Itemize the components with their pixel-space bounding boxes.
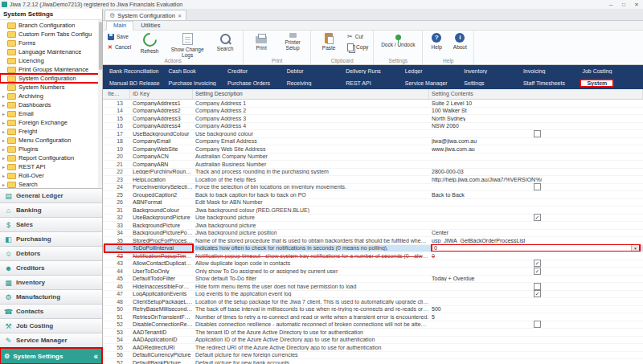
tree-item-rest-api[interactable]: ▸REST API — [0, 162, 102, 171]
cut-button[interactable]: ✂ Cut — [346, 32, 370, 41]
close-button[interactable]: ✕ — [630, 0, 643, 9]
sidebar-item-banking[interactable]: ⌂Banking — [0, 203, 102, 218]
category-purchase-orders[interactable]: Purchase Orders — [226, 80, 285, 86]
tree-item-forms[interactable]: Forms — [0, 39, 102, 47]
setting-row[interactable]: 23HelpLocationLocation of the help files… — [103, 176, 643, 184]
chevron-down-icon[interactable]: ▾ — [631, 245, 639, 251]
sidebar-item-contacts[interactable]: ☎Contacts — [0, 305, 102, 319]
tree-item-licencing[interactable]: Licencing — [0, 56, 102, 65]
column-header-setting-description[interactable]: Setting Description — [193, 89, 429, 99]
setting-row[interactable]: 20CompanyACNAustralian Company Number — [103, 153, 643, 162]
setting-row[interactable]: 48ClientSetupPackageLocationLocation of … — [103, 298, 643, 306]
minimize-button[interactable]: ─ — [604, 0, 617, 9]
setting-row[interactable]: 26ABNFormatEdit Mask for ABN Number — [103, 199, 643, 207]
setting-checkbox[interactable]: ✓ — [534, 214, 541, 221]
category-manual-bo-release[interactable]: Manual BO Release — [108, 80, 167, 86]
setting-row[interactable]: 41ToDoPollIntervalIndicates how often to… — [103, 245, 643, 253]
setting-checkbox[interactable] — [534, 283, 541, 290]
category-service-manager[interactable]: Service Manager — [403, 80, 463, 86]
category-ledger[interactable]: Ledger — [403, 68, 463, 74]
category-cash-book[interactable]: Cash Book — [167, 68, 227, 74]
sidebar-item-debtors[interactable]: ☺Debtors — [0, 247, 102, 261]
setting-row[interactable]: 19CompanyWebSiteCompany Web Site Address… — [103, 145, 643, 153]
sidebar-item-purchasing[interactable]: ◧Purchasing — [0, 232, 102, 247]
category-staff-timesheets[interactable]: Staff Timesheets — [522, 80, 581, 86]
tree-item-report-configuration[interactable]: ▸Report Configuration — [0, 153, 102, 162]
setting-row[interactable]: 56DefaultCurrencyPictureDefault picture … — [103, 352, 643, 360]
tree-item-roll-over[interactable]: ▸Roll-Over — [0, 171, 102, 180]
maximize-button[interactable]: □ — [617, 0, 630, 9]
ribbon-tab-utilities[interactable]: Utilities — [134, 22, 166, 30]
setting-row[interactable]: 54AADApplicationIDApplication ID of the … — [103, 337, 643, 345]
setting-checkbox[interactable] — [534, 321, 541, 328]
setting-row[interactable]: 13CompanyAddress1Company Address 1Suite … — [103, 100, 643, 108]
show-change-logs-button[interactable]: Show Change Logs — [166, 32, 208, 58]
tree-item-print-groups-maintenance[interactable]: Print Groups Maintenance — [0, 65, 102, 74]
column-header-item-no[interactable]: Item No. — [103, 89, 130, 99]
sidebar-item-general-ledger[interactable]: ▤General Ledger — [0, 189, 102, 203]
paste-button[interactable]: Paste — [314, 32, 343, 51]
tree-item-email[interactable]: ▸Email — [0, 109, 102, 118]
setting-row[interactable]: 55AADRedirectURIThe redirect URI of the … — [103, 344, 643, 352]
setting-checkbox[interactable] — [534, 183, 541, 190]
ribbon-tab-main[interactable]: Main — [106, 21, 133, 31]
setting-row[interactable]: 50RetryBaseMillisecondsIntervalThe back … — [103, 306, 643, 314]
tree-item-foreign-exchange[interactable]: ▸Foreign Exchange — [0, 118, 102, 127]
search-button[interactable]: Search — [211, 32, 240, 51]
copy-button[interactable]: Copy — [346, 43, 370, 51]
print-button[interactable]: Print — [247, 32, 276, 51]
setting-row[interactable]: 51RetriesOnTransientFailureNumber of tim… — [103, 313, 643, 321]
category-receiving[interactable]: Receiving — [285, 80, 345, 86]
help-button[interactable]: ? Help — [426, 32, 447, 50]
setting-row[interactable]: 45DefaultTodoFilterShow default To-Do fi… — [103, 276, 643, 284]
tree-scrollbar[interactable] — [98, 20, 102, 188]
category-rest-api[interactable]: REST API — [344, 80, 403, 86]
sidebar-item-sales[interactable]: $Sales — [0, 218, 102, 232]
tree-item-branch-configuration[interactable]: Branch Configuration — [0, 21, 102, 30]
category-debtor[interactable]: Debtor — [285, 68, 345, 74]
category-settings[interactable]: Settings — [462, 80, 522, 86]
tree-item-plugins[interactable]: ▸Plugins — [0, 145, 102, 153]
setting-row[interactable]: 14CompanyAddress2Company Address 2100 Wa… — [103, 108, 643, 116]
tree-item-archiving[interactable]: ▸Archiving — [0, 92, 102, 100]
setting-checkbox[interactable]: ✓ — [534, 290, 541, 297]
sidebar-item-service-manager[interactable]: ✎Service Manager — [0, 333, 102, 348]
setting-row[interactable]: 22LedgerPurchInvRoundingTrack and proces… — [103, 169, 643, 177]
tree-item-freight[interactable]: ▸Freight — [0, 127, 102, 136]
dock-undock-button[interactable]: Dock / Undock — [377, 32, 419, 47]
category-bank-reconciliation[interactable]: Bank Reconciliation — [108, 68, 167, 74]
category-creditor[interactable]: Creditor — [226, 68, 285, 74]
tree-item-menu-configuration[interactable]: ▸Menu Configuration — [0, 136, 102, 145]
setting-row[interactable]: 33BackgroundPictureJiwa background pictu… — [103, 222, 643, 230]
collapse-sidebar-icon[interactable]: « — [93, 352, 98, 361]
setting-row[interactable]: 46HideInaccessibleFormsInMenuHide form m… — [103, 283, 643, 291]
setting-row[interactable]: 15CompanyAddress3Company Address 3North … — [103, 115, 643, 123]
sidebar-item-job-costing[interactable]: ⚒Job Costing — [0, 319, 102, 333]
category-purchase-invoicing[interactable]: Purchase Invoicing — [167, 80, 227, 86]
setting-row[interactable]: 16CompanyAddress4Company Address 4NSW 20… — [103, 123, 643, 131]
tree-item-system-configuration[interactable]: System Configuration — [0, 74, 102, 83]
setting-row[interactable]: 34BackgroundPicturePositionJiwa backgrou… — [103, 230, 643, 238]
setting-row[interactable]: 24ForceInventorySelectionForce the selec… — [103, 184, 643, 192]
tree-item-search[interactable]: ▸Search — [0, 180, 102, 188]
category-inventory[interactable]: Inventory — [462, 68, 522, 74]
setting-row[interactable]: 35StoredProcForProcessBackOrdersName of … — [103, 237, 643, 245]
tree-item-system-numbers[interactable]: System Numbers — [0, 83, 102, 92]
setting-row[interactable]: 47LogApplicationEventsLog events to the … — [103, 291, 643, 299]
printer-setup-button[interactable]: Printer Setup — [278, 32, 307, 51]
setting-row[interactable]: 18CompanyEmailCompany Email Addressjiwa@… — [103, 138, 643, 146]
tree-item-language-maintenance[interactable]: Language Maintenance — [0, 47, 102, 56]
setting-checkbox[interactable]: ✓ — [534, 260, 541, 267]
setting-row[interactable]: 43AllowContactDuplicateLogonAllow duplic… — [103, 260, 643, 268]
sidebar-item-system-settings[interactable]: ⚙ System Settings « — [0, 348, 102, 364]
setting-row[interactable]: 52DisableConnectionResilienceDisables co… — [103, 321, 643, 329]
column-header-id-key[interactable]: ID Key — [130, 89, 193, 99]
tree-scrollbar-thumb[interactable] — [99, 22, 102, 70]
category-invoicing[interactable]: Invoicing — [522, 68, 581, 74]
category-job-costing[interactable]: Job Costing — [580, 68, 640, 74]
setting-row[interactable]: 53AADTenantIDThe tenant ID of the Azure … — [103, 329, 643, 337]
cancel-button[interactable]: ✕ Cancel — [106, 43, 133, 51]
tree-item-dashboards[interactable]: ▸Dashboards — [0, 100, 102, 109]
refresh-button[interactable]: Refresh — [135, 32, 164, 54]
category-delivery-runs[interactable]: Delivery Runs — [344, 68, 403, 74]
